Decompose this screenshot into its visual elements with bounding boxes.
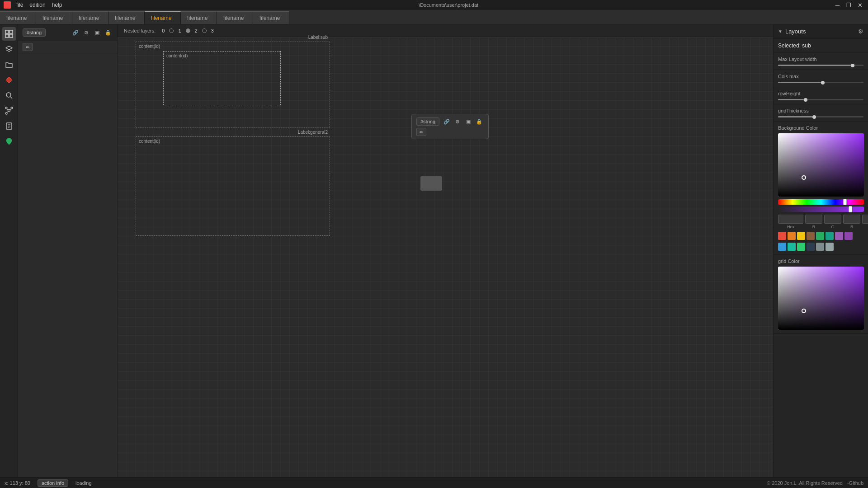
bg-opacity-thumb[interactable] [849, 206, 852, 212]
swatch-yellow[interactable] [797, 232, 805, 240]
bg-hue-bar[interactable] [778, 199, 864, 205]
tab-0[interactable]: filename [0, 11, 36, 24]
sidebar-icon-plugin[interactable] [2, 135, 16, 148]
swatch-gray[interactable] [826, 243, 834, 251]
bg-a-input[interactable] [862, 215, 868, 224]
menu-file[interactable]: file [16, 2, 23, 8]
panel-link-icon[interactable]: 🔗 [71, 28, 80, 37]
swatch-black[interactable] [807, 243, 815, 251]
bg-hue-thumb[interactable] [843, 199, 847, 205]
panel-copy-icon[interactable]: ▣ [93, 28, 102, 37]
left-sidebar [0, 24, 18, 477]
menu-edition[interactable]: edition [29, 2, 45, 8]
panel-lock-icon[interactable]: 🔒 [104, 28, 113, 37]
rp-gear-icon[interactable]: ⚙ [858, 28, 863, 35]
svg-point-7 [8, 110, 10, 112]
main-layout: #string 🔗 ⚙ ▣ 🔒 ✏ Nested layers: 0 1 2 3 [0, 24, 868, 477]
grid-color-cursor[interactable] [802, 309, 806, 313]
rp-row-height-label: rowHeight [778, 91, 863, 96]
rp-grid-thickness-slider[interactable] [778, 116, 863, 117]
bg-g-input[interactable] [824, 215, 841, 224]
bg-g-group: G [824, 215, 841, 229]
swatch-orange[interactable] [788, 232, 796, 240]
bg-swatches-row2 [778, 243, 863, 251]
sidebar-icon-diamond[interactable] [2, 73, 16, 87]
maximize-button[interactable]: ❐ [844, 2, 853, 9]
grid-color-label: grid Color [778, 258, 863, 264]
panel-header: #string 🔗 ⚙ ▣ 🔒 [18, 24, 117, 41]
layer-num-2[interactable]: 2 [195, 28, 198, 33]
minimize-button[interactable]: ─ [834, 2, 841, 9]
float-copy-icon[interactable]: ▣ [464, 117, 473, 126]
bg-r-input[interactable] [805, 215, 822, 224]
status-action-info[interactable]: action info [38, 479, 68, 487]
tab-3[interactable]: filename [108, 11, 145, 24]
bg-b-input[interactable] [843, 215, 860, 224]
sidebar-icon-search[interactable] [2, 89, 16, 102]
swatch-teal[interactable] [826, 232, 834, 240]
menu-help[interactable]: help [52, 2, 62, 8]
float-gear-icon[interactable]: ⚙ [453, 117, 462, 126]
svg-rect-3 [9, 34, 13, 38]
rp-max-layout-width: Max Layout width [774, 53, 868, 70]
bg-b-label: B [850, 225, 853, 229]
swatch-violet[interactable] [844, 232, 853, 240]
sidebar-icon-network[interactable] [2, 104, 16, 117]
rp-max-layout-slider[interactable] [778, 65, 863, 66]
title-bar-controls: ─ ❐ ✕ [834, 2, 864, 9]
float-lock-icon[interactable]: 🔒 [475, 117, 484, 126]
close-button[interactable]: ✕ [856, 2, 864, 9]
bg-opacity-bar[interactable] [778, 206, 864, 212]
layer-dot-1[interactable] [169, 28, 174, 33]
layout-box-general2[interactable]: Label:general2 content(id) [136, 136, 330, 236]
layer-dot-2[interactable] [186, 28, 190, 33]
right-panel: ▼ Layouts ⚙ Selected: sub Max Layout wid… [773, 24, 868, 477]
panel-edit-button[interactable]: ✏ [23, 43, 33, 51]
sidebar-icon-layers[interactable] [2, 42, 16, 56]
panel-gear-icon[interactable]: ⚙ [82, 28, 91, 37]
bg-hex-input[interactable] [778, 215, 803, 224]
rp-grid-thickness-label: gridThickness [778, 108, 863, 113]
sidebar-icon-folder[interactable] [2, 58, 16, 71]
sidebar-icon-document[interactable] [2, 119, 16, 133]
swatch-purple[interactable] [835, 232, 843, 240]
tab-2[interactable]: filename [72, 11, 108, 24]
status-right: © 2020 Jon.L .All Rights Reserved -Githu… [767, 480, 863, 486]
layer-dot-3[interactable] [202, 28, 207, 33]
swatch-lime[interactable] [797, 243, 805, 251]
canvas-grid[interactable]: Label:sub content(id) content(id) Label:… [118, 37, 773, 477]
layer-num-1[interactable]: 1 [178, 28, 181, 33]
nested-layers-bar: Nested layers: 0 1 2 3 [118, 24, 773, 37]
layer-num-0[interactable]: 0 [162, 28, 165, 33]
tab-5[interactable]: filename [181, 11, 217, 24]
sidebar-icon-grid[interactable] [2, 27, 16, 41]
swatch-green[interactable] [816, 232, 824, 240]
tab-4[interactable]: filename [145, 11, 181, 24]
swatch-red[interactable] [778, 232, 786, 240]
inner-box-content: content(id) [166, 53, 188, 58]
status-coords: x: 113 y: 80 [5, 480, 30, 486]
swatch-darkgray[interactable] [816, 243, 824, 251]
tab-6[interactable]: filename [217, 11, 253, 24]
rp-row-height-slider[interactable] [778, 99, 863, 100]
bg-color-gradient[interactable] [778, 133, 864, 197]
rp-cols-max: Cols max [774, 70, 868, 87]
swatch-cyan[interactable] [788, 243, 796, 251]
float-link-icon[interactable]: 🔗 [442, 117, 451, 126]
status-loading: loading [75, 480, 91, 486]
layer-num-3[interactable]: 3 [211, 28, 214, 33]
grid-color-picker: grid Color [774, 255, 868, 334]
rp-cols-max-slider[interactable] [778, 82, 863, 83]
rp-max-layout-label: Max Layout width [778, 56, 863, 62]
tab-1[interactable]: filename [36, 11, 72, 24]
swatch-brown[interactable] [807, 232, 815, 240]
svg-rect-1 [9, 30, 13, 33]
swatch-blue[interactable] [778, 243, 786, 251]
float-edit-button[interactable]: ✏ [416, 128, 426, 136]
status-github[interactable]: -Github [847, 480, 863, 486]
bg-color-cursor[interactable] [802, 175, 806, 180]
nested-layers-label: Nested layers: [124, 28, 156, 33]
grid-color-gradient[interactable] [778, 267, 864, 330]
tab-7[interactable]: filename [253, 11, 289, 24]
layout-box-sub[interactable]: Label:sub content(id) content(id) [136, 42, 330, 127]
